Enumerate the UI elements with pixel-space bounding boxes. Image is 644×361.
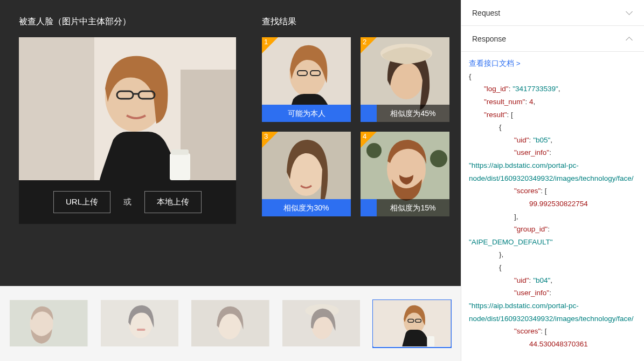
url-upload-button[interactable]: URL上传 — [53, 191, 110, 213]
result-card-4[interactable]: 4 相似度为15% — [361, 132, 449, 216]
rank-number: 4 — [363, 132, 366, 140]
results-column: 查找结果 1 可能为本人 — [262, 16, 449, 273]
result-caption: 相似度为15% — [361, 199, 449, 216]
demo-stage: 被查人脸（图片中主体部分） URL上传 — [0, 0, 461, 286]
or-label: 或 — [123, 197, 131, 207]
svg-rect-36 — [427, 336, 435, 346]
source-face-illustration — [19, 37, 236, 180]
thumbnail-1[interactable] — [10, 300, 88, 348]
result-caption: 可能为本人 — [262, 105, 351, 122]
api-doc-link[interactable]: 查看接口文档 > — [469, 59, 521, 67]
upload-controls: URL上传 或 本地上传 — [19, 180, 236, 224]
svg-rect-26 — [136, 329, 145, 331]
svg-point-20 — [430, 150, 447, 167]
result-card-1[interactable]: 1 可能为本人 — [262, 37, 351, 122]
response-accordion[interactable]: Response — [461, 26, 644, 52]
thumbnail-4[interactable] — [282, 300, 361, 348]
rank-number: 2 — [363, 38, 366, 46]
response-json: 查看接口文档 > { "log_id": "3417733539", "resu… — [461, 52, 644, 361]
results-title: 查找结果 — [262, 16, 449, 28]
rank-number: 3 — [264, 132, 268, 140]
request-title: Request — [472, 9, 500, 17]
local-upload-button[interactable]: 本地上传 — [144, 191, 202, 213]
svg-rect-8 — [171, 149, 189, 155]
thumbnail-strip — [0, 286, 461, 361]
source-column: 被查人脸（图片中主体部分） URL上传 — [19, 16, 236, 273]
thumbnail-5[interactable] — [373, 300, 451, 348]
result-caption: 相似度为45% — [361, 105, 449, 122]
response-title: Response — [472, 35, 506, 43]
svg-rect-1 — [19, 37, 94, 180]
svg-rect-7 — [170, 153, 190, 180]
rank-number: 1 — [264, 38, 268, 46]
result-card-3[interactable]: 3 相似度为30% — [262, 132, 351, 216]
side-panel: Request Response 查看接口文档 > { "log_id": "3… — [461, 0, 644, 361]
source-title: 被查人脸（图片中主体部分） — [19, 16, 236, 28]
thumbnail-3[interactable] — [191, 300, 269, 348]
thumbnail-2[interactable] — [101, 300, 179, 348]
request-accordion[interactable]: Request — [461, 0, 644, 26]
chevron-up-icon — [626, 35, 633, 43]
source-image — [19, 37, 236, 180]
chevron-down-icon — [626, 9, 633, 17]
results-grid: 1 可能为本人 2 相似度为45% — [262, 37, 449, 216]
result-card-2[interactable]: 2 相似度为45% — [361, 37, 449, 122]
result-caption: 相似度为30% — [262, 199, 351, 216]
